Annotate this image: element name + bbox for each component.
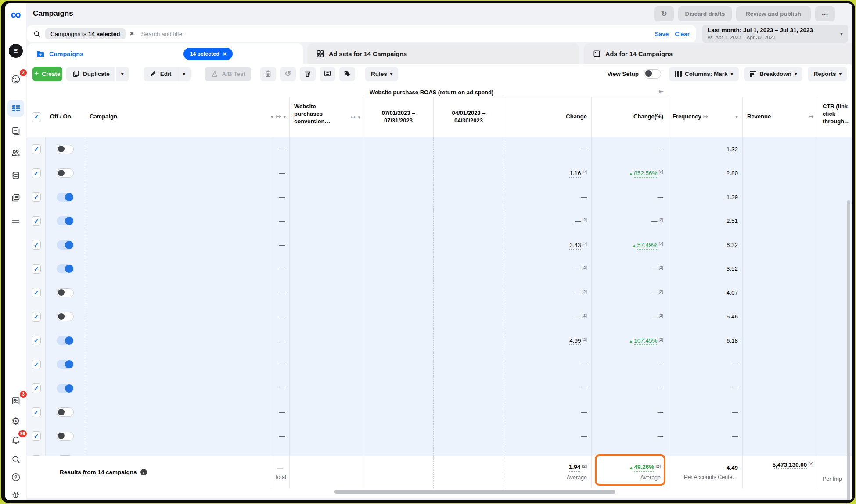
- selected-count-pill[interactable]: 14 selected ×: [183, 48, 233, 60]
- campaign-toggle[interactable]: [57, 432, 74, 441]
- duplicate-menu-button[interactable]: ▾: [116, 67, 129, 81]
- row-checkbox[interactable]: ✓: [32, 288, 41, 297]
- campaign-name-cell[interactable]: [85, 305, 271, 329]
- column-header-campaign[interactable]: Campaign ▾ ↦ ▾: [85, 97, 290, 137]
- pin-column-icon[interactable]: ↦: [276, 113, 281, 121]
- column-header-revenue[interactable]: Revenue ↦: [743, 97, 818, 137]
- campaign-toggle[interactable]: [57, 288, 74, 297]
- row-checkbox[interactable]: ✓: [32, 168, 41, 178]
- campaign-toggle[interactable]: [57, 264, 74, 273]
- campaign-toggle[interactable]: [57, 216, 74, 225]
- campaign-name-cell[interactable]: [85, 161, 271, 186]
- sidebar-item-more-tools[interactable]: [7, 212, 24, 229]
- date-range-selector[interactable]: Last month: Jul 1, 2023 – Jul 31, 2023 v…: [702, 25, 848, 43]
- campaign-toggle[interactable]: [57, 384, 74, 393]
- table-row[interactable]: ✓——[2]—[2]6.46: [27, 305, 852, 329]
- table-row[interactable]: ✓————: [27, 424, 852, 448]
- pin-column-icon[interactable]: ↦: [351, 114, 356, 121]
- table-row[interactable]: ✓: [27, 448, 852, 456]
- table-row[interactable]: ✓————: [27, 376, 852, 400]
- column-header-change[interactable]: Change: [504, 97, 592, 137]
- refresh-button[interactable]: ↻: [654, 6, 674, 21]
- column-header-website-purchases[interactable]: Website purchases conversion… ↦ ▾: [290, 97, 363, 137]
- save-filter-link[interactable]: Save: [655, 31, 669, 37]
- pin-column-icon[interactable]: ↦: [703, 113, 708, 121]
- table-row[interactable]: ✓——[2]—[2]2.51: [27, 209, 852, 233]
- campaign-toggle[interactable]: [57, 360, 74, 369]
- export-button[interactable]: [320, 67, 335, 81]
- sidebar-item-settings[interactable]: ⚙: [7, 413, 24, 429]
- sidebar-item-billing[interactable]: [7, 167, 24, 184]
- column-menu-icon[interactable]: ▾: [358, 114, 360, 120]
- tag-button[interactable]: [339, 67, 355, 81]
- row-checkbox[interactable]: ✓: [32, 312, 41, 322]
- campaign-name-cell[interactable]: [85, 448, 271, 456]
- row-checkbox[interactable]: ✓: [32, 144, 41, 154]
- columns-button[interactable]: Columns: Mark▾: [669, 67, 739, 81]
- column-header-period-1[interactable]: 07/01/2023 – 07/31/2023: [363, 97, 434, 137]
- rules-button[interactable]: Rules▾: [365, 67, 398, 81]
- campaign-toggle[interactable]: [57, 312, 74, 321]
- table-row[interactable]: ✓————: [27, 353, 852, 377]
- sidebar-item-pages[interactable]: [7, 122, 24, 139]
- collapse-left-icon[interactable]: ⇤: [659, 88, 664, 95]
- row-checkbox[interactable]: ✓: [32, 407, 41, 417]
- table-row[interactable]: ✓—3.43[2]▴57.49%[2]6.32: [27, 233, 852, 257]
- select-all-checkbox[interactable]: ✓: [32, 112, 41, 122]
- campaign-name-cell[interactable]: [85, 209, 271, 233]
- horizontal-scrollbar[interactable]: [27, 488, 852, 495]
- sidebar-item-events[interactable]: [7, 189, 24, 206]
- column-menu-icon[interactable]: ▾: [283, 114, 286, 120]
- row-checkbox[interactable]: ✓: [32, 360, 41, 369]
- horizontal-scrollbar-thumb[interactable]: [334, 490, 615, 494]
- review-and-publish-button[interactable]: Review and publish: [736, 6, 811, 21]
- view-setup-toggle[interactable]: [644, 69, 661, 79]
- column-header-period-2[interactable]: 04/01/2023 – 04/30/2023: [434, 97, 504, 137]
- sidebar-item-search[interactable]: [7, 451, 24, 468]
- meta-logo-icon[interactable]: ∞: [11, 7, 21, 22]
- filter-chip[interactable]: Campaigns is 14 selected: [45, 28, 126, 39]
- info-icon[interactable]: i: [140, 469, 147, 475]
- sidebar-item-report-bug[interactable]: [7, 486, 24, 500]
- row-checkbox[interactable]: ✓: [32, 240, 41, 250]
- table-row[interactable]: ✓———1.32: [27, 137, 852, 161]
- table-row[interactable]: ✓——[2]—[2]4.07: [27, 281, 852, 305]
- campaign-toggle[interactable]: [57, 336, 74, 345]
- table-row[interactable]: ✓—1.16[2]▴852.56%[2]2.80: [27, 161, 852, 186]
- tab-campaigns[interactable]: Campaigns 14 selected ×: [27, 43, 303, 64]
- vertical-scrollbar-thumb[interactable]: [847, 200, 850, 500]
- search-filter-bar[interactable]: Campaigns is 14 selected × Search and fi…: [27, 25, 696, 42]
- clear-filter-link[interactable]: Clear: [675, 31, 690, 37]
- campaign-name-cell[interactable]: [85, 137, 271, 161]
- duplicate-button[interactable]: Duplicate: [66, 67, 115, 81]
- row-checkbox[interactable]: ✓: [32, 431, 41, 441]
- sort-caret-icon[interactable]: ▾: [271, 114, 273, 120]
- account-avatar[interactable]: Ξ: [7, 43, 24, 59]
- campaign-name-cell[interactable]: [85, 257, 271, 281]
- campaign-toggle[interactable]: [57, 455, 74, 456]
- campaign-name-cell[interactable]: [85, 353, 271, 377]
- campaign-toggle[interactable]: [57, 407, 74, 417]
- sidebar-item-notifications[interactable]: 99: [7, 432, 24, 449]
- row-checkbox[interactable]: ✓: [32, 216, 41, 226]
- table-row[interactable]: ✓———1.39: [27, 185, 852, 209]
- campaign-name-cell[interactable]: [85, 233, 271, 257]
- sidebar-item-audiences[interactable]: [7, 145, 24, 161]
- campaign-name-cell[interactable]: [85, 185, 271, 209]
- edit-menu-button[interactable]: ▾: [177, 67, 191, 81]
- campaign-toggle[interactable]: [57, 193, 74, 202]
- row-checkbox[interactable]: ✓: [32, 383, 41, 393]
- column-header-frequency[interactable]: Frequency ↦ ▾: [668, 97, 743, 137]
- row-checkbox[interactable]: ✓: [32, 192, 41, 202]
- remove-filter-icon[interactable]: ×: [130, 29, 134, 38]
- table-row[interactable]: ✓————: [27, 400, 852, 425]
- search-input[interactable]: Search and filter: [141, 31, 184, 37]
- more-options-button[interactable]: •••: [815, 6, 835, 21]
- discard-drafts-button[interactable]: Discard drafts: [678, 6, 732, 21]
- reports-button[interactable]: Reports▾: [808, 67, 847, 81]
- campaign-toggle[interactable]: [57, 240, 74, 250]
- column-header-off-on[interactable]: Off / On: [46, 97, 85, 137]
- tab-ad-sets[interactable]: Ad sets for 14 Campaigns: [307, 43, 579, 64]
- column-header-ctr[interactable]: CTR (link click-through…: [818, 97, 852, 137]
- campaign-toggle[interactable]: [57, 168, 74, 178]
